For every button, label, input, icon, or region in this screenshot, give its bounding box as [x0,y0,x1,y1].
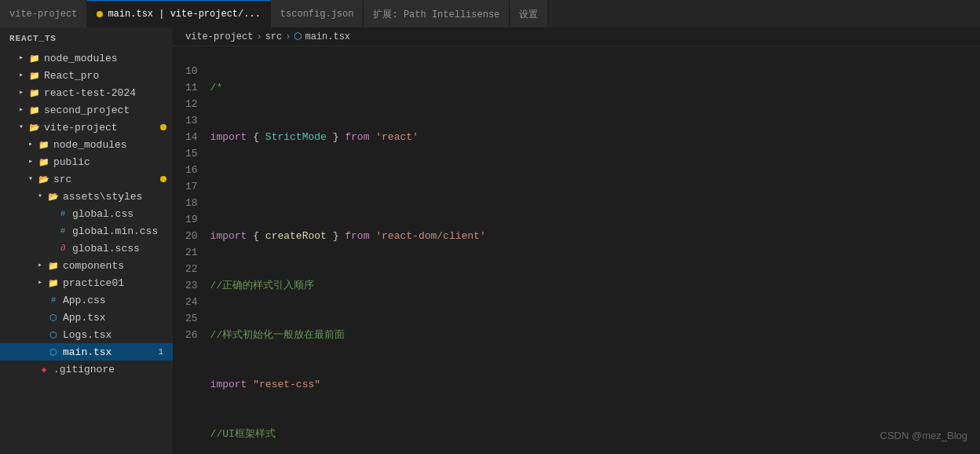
sidebar-item-label: public [53,156,90,168]
css-file-icon: # [57,225,69,237]
breadcrumb-part[interactable]: src [265,31,283,42]
tsx-icon-small: ⬡ [294,31,302,42]
sidebar-item-label: src [53,174,71,185]
breadcrumb-separator: › [256,31,261,42]
sidebar-item-second-project[interactable]: 📁 second_project [0,101,173,119]
folder-icon: 📁 [38,156,50,168]
tab-dot [97,11,103,17]
code-editor[interactable]: 10 11 12 13 14 15 16 17 18 19 20 21 22 2… [173,46,980,454]
tab-path-intellisense[interactable]: 扩展: Path Intellisense [364,0,510,27]
sidebar-item-components[interactable]: 📁 components [0,257,173,274]
tab-label: main.tsx | vite-project/... [108,9,260,20]
sidebar-item-label: practice01 [63,277,124,289]
sidebar-item-react-pro[interactable]: 📁 React_pro [0,67,173,84]
folder-icon: 📂 [28,121,41,134]
tab-main-tsx[interactable]: main.tsx | vite-project/... [87,0,270,27]
chevron-right-icon [35,260,46,271]
sidebar-item-practice01[interactable]: 📁 practice01 [0,274,173,291]
folder-icon: 📁 [28,104,41,116]
sidebar-item-global-css[interactable]: # global.css [0,205,173,222]
chevron-right-icon [25,139,36,150]
folder-icon: 📁 [47,276,60,289]
sidebar-item-node-modules-root[interactable]: 📁 node_modules [0,49,173,67]
code-content: /* import { StrictMode } from 'react' im… [210,46,980,454]
sidebar-item-label: global.scss [72,243,140,254]
tab-tsconfig[interactable]: tsconfig.json [271,0,364,27]
editor-area: vite-project › src › ⬡ main.tsx 10 11 12… [173,27,980,454]
tsx-file-icon: ⬡ [47,328,60,341]
sidebar-item-global-scss[interactable]: ∂ global.scss [0,240,173,257]
sidebar-item-label: vite-project [44,122,118,134]
sidebar: REACT_TS 📁 node_modules 📁 React_pro 📁 re… [0,27,173,454]
chevron-right-icon [35,277,46,288]
breadcrumb-part[interactable]: vite-project [185,31,253,42]
tab-bar: vite-project main.tsx | vite-project/...… [0,0,980,27]
breadcrumb-part[interactable]: ⬡ main.tsx [294,31,350,42]
chevron-down-icon [16,122,27,133]
sidebar-item-vite-project[interactable]: 📂 vite-project [0,119,173,136]
sidebar-item-label: App.tsx [63,312,106,324]
sidebar-item-label: App.css [63,295,106,306]
folder-icon: 📁 [38,138,50,151]
folder-icon: 📂 [38,173,50,185]
sidebar-item-global-min-css[interactable]: # global.min.css [0,222,173,240]
tab-label: tsconfig.json [280,9,354,20]
tab-label: 扩展: Path Intellisense [373,8,499,21]
css-file-icon: # [47,294,60,306]
folder-icon: 📂 [47,190,60,203]
modified-badge [160,124,166,130]
watermark: CSDN @mez_Blog [880,430,967,441]
sidebar-item-label: React_pro [44,70,99,82]
folder-icon: 📁 [28,86,41,99]
chevron-right-icon [16,53,27,64]
main-layout: REACT_TS 📁 node_modules 📁 React_pro 📁 re… [0,27,980,454]
sidebar-item-label: main.tsx [63,346,112,358]
sidebar-item-app-tsx[interactable]: ⬡ App.tsx [0,309,173,326]
sidebar-item-node-modules-vite[interactable]: 📁 node_modules [0,136,173,153]
chevron-right-icon [16,87,27,98]
tab-label: vite-project [9,9,77,20]
tab-settings[interactable]: 设置 [510,0,548,27]
sidebar-item-logs-tsx[interactable]: ⬡ Logs.tsx [0,326,173,343]
tab-label: 设置 [519,8,538,21]
sidebar-item-label: Logs.tsx [63,329,112,341]
sidebar-item-label: components [63,260,124,272]
sidebar-item-public[interactable]: 📁 public [0,153,173,170]
breadcrumb-separator: › [285,31,291,42]
sidebar-item-src[interactable]: 📂 src [0,170,173,188]
sidebar-item-gitignore[interactable]: ◈ .gitignore [0,361,173,378]
css-file-icon: # [57,207,69,220]
sidebar-item-label: react-test-2024 [44,87,136,99]
chevron-down-icon [25,174,36,185]
git-badge: 1 [158,347,166,357]
sidebar-header: REACT_TS [0,27,173,49]
folder-icon: 📁 [28,52,41,64]
sidebar-item-main-tsx[interactable]: ⬡ main.tsx 1 [0,343,173,361]
sidebar-item-label: assets\styles [63,191,142,203]
folder-icon: 📁 [47,259,60,272]
sidebar-item-label: global.min.css [72,225,158,237]
tab-vite-project[interactable]: vite-project [0,0,87,27]
chevron-right-icon [16,104,27,115]
breadcrumb: vite-project › src › ⬡ main.tsx [173,27,980,46]
chevron-right-icon [25,156,36,167]
sidebar-item-label: .gitignore [53,364,115,375]
scss-file-icon: ∂ [57,242,69,254]
sidebar-item-label: second_project [44,104,130,116]
sidebar-item-label: global.css [72,208,133,220]
sidebar-item-assets-styles[interactable]: 📂 assets\styles [0,188,173,205]
line-numbers: 10 11 12 13 14 15 16 17 18 19 20 21 22 2… [173,46,210,454]
tsx-file-icon: ⬡ [47,311,60,324]
git-file-icon: ◈ [38,363,50,375]
tsx-file-icon: ⬡ [47,346,60,358]
modified-badge [160,176,166,182]
chevron-right-icon [16,70,27,81]
sidebar-item-react-test-2024[interactable]: 📁 react-test-2024 [0,84,173,101]
folder-icon: 📁 [28,69,41,82]
sidebar-item-app-css[interactable]: # App.css [0,291,173,309]
chevron-down-icon [35,191,46,202]
sidebar-item-label: node_modules [53,139,127,151]
sidebar-item-label: node_modules [44,53,118,64]
